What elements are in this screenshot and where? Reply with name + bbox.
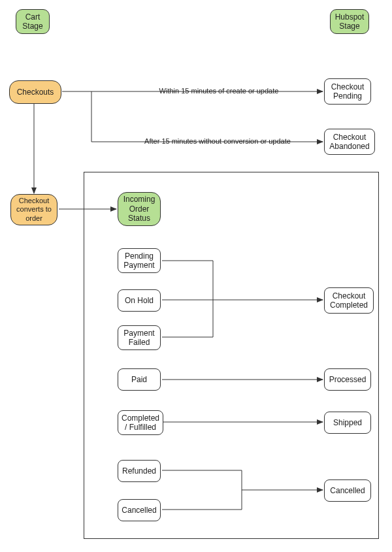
node-label: CheckoutCompleted — [330, 291, 368, 310]
node-label: Paid — [131, 375, 147, 384]
node-payment-failed: PaymentFailed — [118, 325, 161, 350]
node-on-hold: On Hold — [118, 289, 161, 312]
node-label: Shipped — [333, 418, 362, 427]
edge-label-within-15: Within 15 minutes of create or update — [127, 87, 310, 95]
node-processed: Processed — [324, 368, 371, 391]
node-shipped: Shipped — [324, 412, 371, 434]
diagram-canvas: CartStage HubspotStage Checkouts Within … — [0, 0, 392, 552]
node-label: Checkouts — [17, 88, 54, 97]
node-label: Cancelled — [122, 506, 156, 515]
node-label: CheckoutPending — [331, 82, 365, 101]
node-label: IncomingOrderStatus — [123, 195, 155, 223]
node-cancelled-status: Cancelled — [118, 499, 161, 521]
node-label: PaymentFailed — [123, 329, 154, 348]
node-label: Completed/ Fulfilled — [122, 414, 159, 432]
node-checkout-pending: CheckoutPending — [324, 78, 371, 105]
node-incoming-order-status: IncomingOrderStatus — [118, 192, 161, 226]
node-label: Checkoutconverts toorder — [16, 197, 52, 223]
node-checkout-converts: Checkoutconverts toorder — [10, 194, 57, 225]
edge-label-after-15: After 15 minutes without conversion or u… — [116, 137, 319, 145]
node-pending-payment: PendingPayment — [118, 248, 161, 273]
node-checkouts: Checkouts — [9, 80, 61, 104]
node-refunded: Refunded — [118, 460, 161, 482]
header-hubspot-stage: HubspotStage — [330, 9, 369, 34]
header-label: HubspotStage — [335, 12, 365, 31]
node-label: CheckoutAbandoned — [329, 133, 369, 152]
node-label: Cancelled — [330, 486, 365, 495]
node-cancelled-hubspot: Cancelled — [324, 479, 371, 502]
node-label: On Hold — [125, 296, 154, 305]
node-completed-fulfilled: Completed/ Fulfilled — [118, 410, 163, 435]
node-label: Refunded — [122, 466, 156, 476]
node-checkout-abandoned: CheckoutAbandoned — [324, 129, 375, 155]
header-cart-stage: CartStage — [16, 9, 50, 34]
node-label: PendingPayment — [123, 252, 154, 270]
node-label: Processed — [329, 375, 367, 384]
header-label: CartStage — [22, 12, 42, 31]
node-paid: Paid — [118, 368, 161, 391]
node-checkout-completed: CheckoutCompleted — [324, 287, 374, 314]
